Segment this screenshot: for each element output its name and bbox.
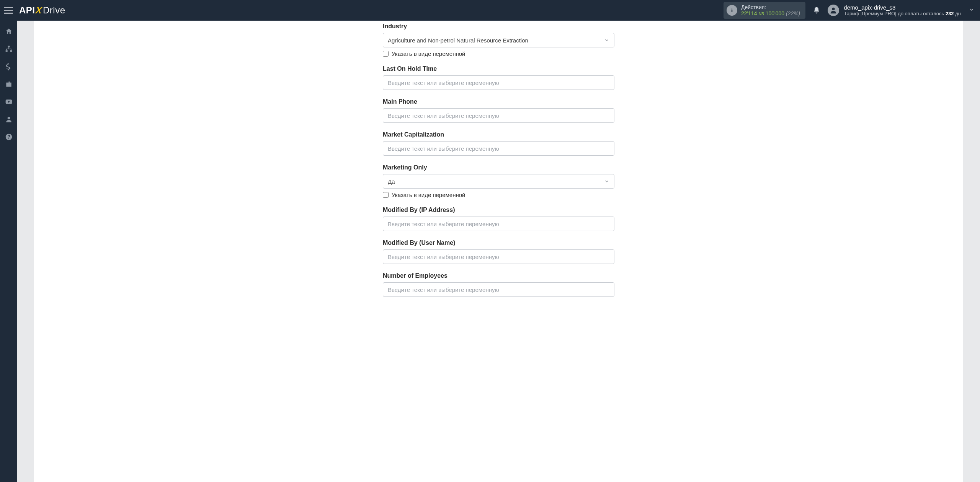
sidebar — [0, 21, 17, 482]
checkbox-marketing-only-variable[interactable] — [383, 192, 389, 198]
actions-counts: 22'114 из 100'000 (22%) — [741, 10, 800, 16]
user-name: demo_apix-drive_s3 — [844, 4, 961, 11]
input-market-capitalization[interactable] — [383, 141, 614, 156]
user-block[interactable]: demo_apix-drive_s3 Тариф |Премиум PRO| д… — [828, 4, 961, 16]
dollar-icon[interactable] — [5, 63, 13, 70]
svg-point-0 — [732, 8, 733, 10]
label-number-of-employees: Number of Employees — [383, 272, 614, 279]
checkbox-industry-variable[interactable] — [383, 51, 389, 57]
actions-label: Действия: — [741, 4, 800, 10]
user-icon[interactable] — [5, 116, 13, 123]
logo-drive: Drive — [43, 5, 65, 16]
field-industry: Industry Agriculture and Non-petrol Natu… — [383, 23, 614, 57]
input-last-on-hold-time[interactable] — [383, 75, 614, 90]
help-icon[interactable] — [5, 133, 13, 141]
label-main-phone: Main Phone — [383, 98, 614, 105]
sitemap-icon[interactable] — [5, 45, 13, 53]
menu-toggle[interactable] — [4, 7, 13, 14]
avatar-icon — [828, 5, 839, 16]
label-modified-by-ip: Modified By (IP Address) — [383, 207, 614, 213]
notifications-icon[interactable] — [812, 6, 821, 15]
svg-rect-4 — [5, 50, 7, 52]
industry-variable-row: Указать в виде переменной — [383, 50, 614, 57]
briefcase-icon[interactable] — [5, 80, 13, 88]
chevron-down-icon — [604, 37, 609, 43]
label-market-capitalization: Market Capitalization — [383, 131, 614, 138]
select-marketing-only-value: Да — [388, 178, 395, 185]
svg-rect-5 — [10, 50, 12, 52]
actions-status[interactable]: Действия: 22'114 из 100'000 (22%) — [724, 2, 805, 19]
field-modified-by-ip: Modified By (IP Address) — [383, 207, 614, 231]
field-last-on-hold-time: Last On Hold Time — [383, 65, 614, 90]
marketing-only-variable-row: Указать в виде переменной — [383, 192, 614, 198]
input-number-of-employees[interactable] — [383, 282, 614, 297]
checkbox-marketing-only-variable-label: Указать в виде переменной — [392, 192, 466, 198]
field-number-of-employees: Number of Employees — [383, 272, 614, 297]
topbar: API X Drive Действия: 22'114 из 100'000 … — [0, 0, 980, 21]
chevron-down-icon[interactable] — [969, 7, 975, 14]
svg-point-7 — [7, 117, 10, 119]
youtube-icon[interactable] — [5, 98, 13, 106]
logo-api: API — [19, 5, 35, 16]
checkbox-industry-variable-label: Указать в виде переменной — [392, 50, 466, 57]
logo-x: X — [35, 5, 42, 16]
input-main-phone[interactable] — [383, 108, 614, 123]
field-main-phone: Main Phone — [383, 98, 614, 123]
label-last-on-hold-time: Last On Hold Time — [383, 65, 614, 72]
field-modified-by-user: Modified By (User Name) — [383, 239, 614, 264]
label-marketing-only: Marketing Only — [383, 164, 614, 171]
logo[interactable]: API X Drive — [19, 5, 65, 16]
input-modified-by-user[interactable] — [383, 249, 614, 264]
svg-rect-3 — [8, 46, 10, 47]
form-card: Industry Agriculture and Non-petrol Natu… — [34, 21, 963, 482]
svg-point-9 — [8, 138, 9, 139]
label-industry: Industry — [383, 23, 614, 30]
home-icon[interactable] — [5, 28, 13, 35]
select-marketing-only[interactable]: Да — [383, 174, 614, 189]
main-content: Industry Agriculture and Non-petrol Natu… — [17, 21, 980, 482]
label-modified-by-user: Modified By (User Name) — [383, 239, 614, 246]
select-industry-value: Agriculture and Non-petrol Natural Resou… — [388, 37, 528, 44]
svg-rect-1 — [732, 10, 733, 12]
svg-point-2 — [832, 8, 835, 10]
select-industry[interactable]: Agriculture and Non-petrol Natural Resou… — [383, 33, 614, 47]
field-marketing-only: Marketing Only Да Указать в виде перемен… — [383, 164, 614, 198]
tariff-line: Тариф |Премиум PRO| до оплаты осталось 2… — [844, 11, 961, 16]
chevron-down-icon — [604, 179, 609, 184]
info-icon — [727, 5, 737, 16]
field-market-capitalization: Market Capitalization — [383, 131, 614, 156]
input-modified-by-ip[interactable] — [383, 217, 614, 231]
